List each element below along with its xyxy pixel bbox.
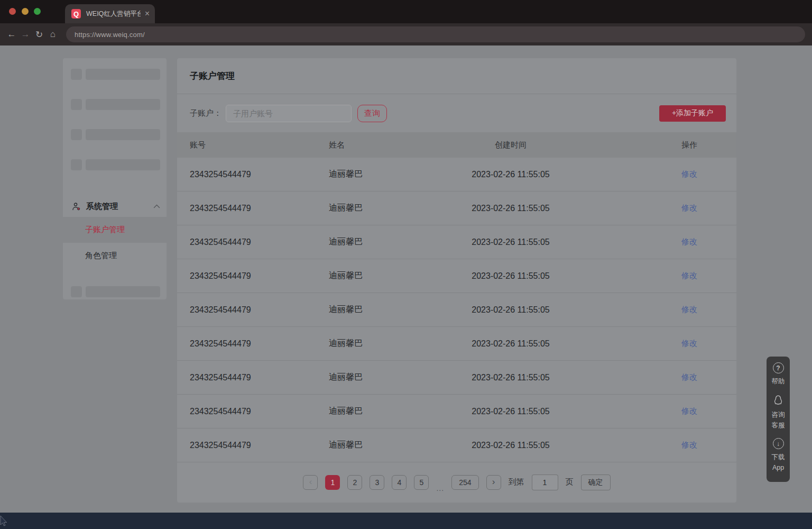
cell-name: 迪丽馨巴 [329, 270, 434, 281]
page-buttons: 1 2 3 4 5 [325, 475, 429, 490]
cell-name: 迪丽馨巴 [329, 372, 434, 383]
table-row: 2343254544479 迪丽馨巴 2023-02-26 11:55:05 修… [177, 191, 736, 225]
window-minimize-button[interactable] [22, 8, 29, 15]
back-icon[interactable]: ← [5, 29, 19, 40]
window-close-button[interactable] [9, 8, 16, 15]
cell-name: 迪丽馨巴 [329, 236, 434, 248]
goto-confirm-button[interactable]: 确定 [581, 475, 611, 490]
main-panel: 子账户管理 子账户： 查询 +添加子账户 账号 姓名 创建时间 操作 23432… [177, 58, 736, 503]
table-row: 2343254544479 迪丽馨巴 2023-02-26 11:55:05 修… [177, 225, 736, 259]
query-button[interactable]: 查询 [357, 105, 387, 122]
cell-created: 2023-02-26 11:55:05 [434, 271, 587, 281]
edit-link[interactable]: 修改 [681, 440, 697, 449]
table-row: 2343254544479 迪丽馨巴 2023-02-26 11:55:05 修… [177, 158, 736, 191]
filter-label: 子账户： [190, 108, 222, 118]
page-button[interactable]: 2 [347, 475, 362, 490]
cell-name: 迪丽馨巴 [329, 406, 434, 417]
window-zoom-button[interactable] [34, 8, 41, 15]
sidebar-submenu: 子账户管理 角色管理 [63, 217, 167, 269]
cell-account: 2343254544479 [190, 373, 329, 382]
goto-page-input[interactable] [532, 475, 558, 490]
download-app-label: 下载 App [772, 452, 785, 473]
page-footer [0, 513, 812, 529]
table-row: 2343254544479 迪丽馨巴 2023-02-26 11:55:05 修… [177, 327, 736, 361]
cell-account: 2343254544479 [190, 305, 329, 315]
sidebar-group-label: 系统管理 [86, 202, 153, 212]
download-icon: ↓ [773, 438, 784, 449]
column-header-action: 操作 [587, 140, 724, 150]
browser-tabstrip: Q WEIQ红人营销平台 × [0, 0, 812, 23]
home-icon[interactable]: ⌂ [46, 29, 60, 40]
edit-link[interactable]: 修改 [681, 305, 697, 314]
pagination-ellipsis: ... [436, 484, 444, 492]
page-title: 子账户管理 [190, 70, 235, 82]
cell-created: 2023-02-26 11:55:05 [434, 305, 587, 315]
pagination-bar: ‹ 1 2 3 4 5 ... 254 › 到第 页 确定 [177, 462, 736, 502]
sidebar: 系统管理 子账户管理 角色管理 [63, 58, 167, 299]
chevron-up-icon [153, 204, 160, 208]
sidebar-menu-item[interactable]: 子账户管理 [63, 217, 167, 243]
cell-account: 2343254544479 [190, 339, 329, 349]
page-button[interactable]: 5 [414, 475, 429, 490]
cell-created: 2023-02-26 11:55:05 [434, 170, 587, 179]
table-row: 2343254544479 迪丽馨巴 2023-02-26 11:55:05 修… [177, 361, 736, 395]
help-label: 帮助 [772, 377, 785, 387]
cell-created: 2023-02-26 11:55:05 [434, 373, 587, 382]
address-bar[interactable]: https://www.weiq.com/ [66, 26, 805, 42]
pagination-prev-icon[interactable]: ‹ [303, 475, 318, 490]
reload-icon[interactable]: ↻ [32, 29, 46, 40]
help-button[interactable]: ? 帮助 [772, 362, 785, 387]
download-app-button[interactable]: ↓ 下载 App [772, 438, 785, 473]
cell-name: 迪丽馨巴 [329, 440, 434, 451]
table-header-row: 账号 姓名 创建时间 操作 [177, 132, 736, 158]
edit-link[interactable]: 修改 [681, 372, 697, 381]
page-button[interactable]: 1 [325, 475, 340, 490]
browser-tab[interactable]: Q WEIQ红人营销平台 × [65, 4, 155, 23]
cell-account: 2343254544479 [190, 407, 329, 416]
cell-account: 2343254544479 [190, 238, 329, 247]
floating-toolbar: ? 帮助 咨询 客服 ↓ 下载 App [767, 357, 790, 482]
cell-created: 2023-02-26 11:55:05 [434, 441, 587, 450]
qq-penguin-icon [772, 394, 785, 407]
forward-icon[interactable]: → [19, 29, 32, 40]
sub-account-search-input[interactable] [226, 105, 352, 122]
cell-created: 2023-02-26 11:55:05 [434, 238, 587, 247]
cell-account: 2343254544479 [190, 441, 329, 450]
cell-account: 2343254544479 [190, 170, 329, 179]
sidebar-menu-item-label: 子账户管理 [85, 225, 125, 235]
table-row: 2343254544479 迪丽馨巴 2023-02-26 11:55:05 修… [177, 293, 736, 327]
skeleton-row [63, 129, 167, 140]
browser-toolbar: ← → ↻ ⌂ https://www.weiq.com/ [0, 23, 812, 45]
sidebar-group-system-management[interactable]: 系统管理 [63, 196, 167, 217]
page-button[interactable]: 3 [370, 475, 384, 490]
user-settings-icon [72, 202, 81, 211]
cell-created: 2023-02-26 11:55:05 [434, 407, 587, 416]
customer-service-label: 咨询 客服 [772, 410, 785, 431]
cell-name: 迪丽馨巴 [329, 338, 434, 349]
table-row: 2343254544479 迪丽馨巴 2023-02-26 11:55:05 修… [177, 395, 736, 428]
page-background: 系统管理 子账户管理 角色管理 子账户管理 子账户： [0, 45, 812, 513]
edit-link[interactable]: 修改 [681, 169, 697, 178]
cell-name: 迪丽馨巴 [329, 304, 434, 315]
cell-created: 2023-02-26 11:55:05 [434, 204, 587, 213]
edit-link[interactable]: 修改 [681, 339, 697, 348]
edit-link[interactable]: 修改 [681, 271, 697, 280]
tab-title: WEIQ红人营销平台 [86, 10, 141, 19]
edit-link[interactable]: 修改 [681, 406, 697, 415]
table-body: 2343254544479 迪丽馨巴 2023-02-26 11:55:05 修… [177, 158, 736, 462]
column-header-account: 账号 [190, 140, 329, 150]
customer-service-button[interactable]: 咨询 客服 [772, 394, 785, 431]
page-button[interactable]: 4 [392, 475, 407, 490]
edit-link[interactable]: 修改 [681, 237, 697, 246]
filter-bar: 子账户： 查询 +添加子账户 [177, 94, 736, 132]
pagination-next-icon[interactable]: › [486, 475, 501, 490]
panel-header: 子账户管理 [177, 58, 736, 94]
tab-close-icon[interactable]: × [145, 9, 150, 19]
edit-link[interactable]: 修改 [681, 203, 697, 212]
sidebar-menu-item[interactable]: 角色管理 [63, 243, 167, 269]
column-header-created: 创建时间 [434, 140, 587, 150]
mouse-cursor [0, 515, 8, 527]
goto-suffix-label: 页 [566, 477, 574, 487]
add-sub-account-button[interactable]: +添加子账户 [659, 105, 726, 122]
last-page-button[interactable]: 254 [451, 475, 478, 490]
